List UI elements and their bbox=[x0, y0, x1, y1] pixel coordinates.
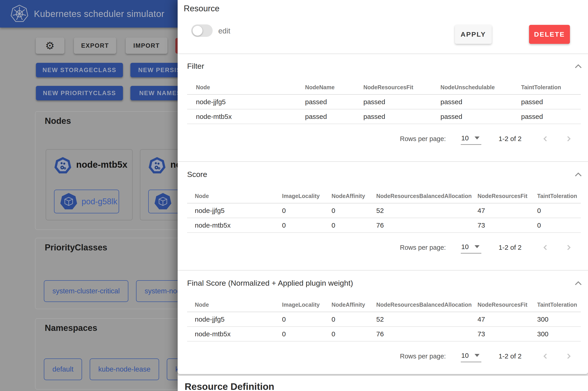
delete-button[interactable]: DELETE bbox=[529, 25, 570, 44]
cell: passed bbox=[512, 98, 581, 106]
score-table: Node ImageLocality NodeAffinity NodeReso… bbox=[187, 189, 581, 233]
column-header: NodeResourcesFit bbox=[354, 84, 432, 91]
app-title: Kubernetes scheduler simulator bbox=[34, 9, 165, 19]
rows-per-page-select[interactable]: 10 bbox=[461, 242, 481, 254]
rows-per-page-label: Rows per page: bbox=[400, 135, 446, 143]
final-score-section-title: Final Score (Normalized + Applied plugin… bbox=[187, 279, 353, 288]
chevron-left-icon[interactable] bbox=[542, 353, 549, 359]
column-header: NodeName bbox=[296, 84, 354, 91]
rows-per-page-select[interactable]: 10 bbox=[461, 133, 481, 145]
cell: passed bbox=[296, 98, 354, 106]
score-section-title: Score bbox=[187, 170, 207, 179]
cell: passed bbox=[512, 113, 581, 120]
new-storageclass-button[interactable]: NEW STORAGECLASS bbox=[36, 63, 123, 77]
kubernetes-scheduler-simulator-app: Kubernetes scheduler simulator ⚙ EXPORT … bbox=[0, 0, 588, 391]
cell: 47 bbox=[470, 315, 529, 323]
priorityclass-chip[interactable]: system-cluster-critical bbox=[44, 280, 128, 302]
resource-definition-card: Resource Definition bbox=[178, 376, 588, 391]
cell: 73 bbox=[470, 221, 529, 229]
new-priorityclass-button[interactable]: NEW PRIORITYCLASS bbox=[36, 86, 123, 100]
chevron-right-icon[interactable] bbox=[565, 136, 572, 142]
edit-toggle-knob bbox=[192, 26, 202, 36]
table-header-row: Node ImageLocality NodeAffinity NodeReso… bbox=[187, 189, 581, 203]
cell: 300 bbox=[529, 315, 581, 323]
rows-per-page-label: Rows per page: bbox=[400, 244, 446, 251]
cell: 52 bbox=[369, 315, 470, 323]
table-row: node-jjfg5 0 0 52 47 300 bbox=[187, 312, 581, 327]
column-header: NodeAffinity bbox=[324, 193, 369, 199]
column-header: NodeResourcesBalancedAllocation bbox=[369, 301, 470, 308]
cell: passed bbox=[354, 98, 432, 106]
pagination: Rows per page: 10 1-2 of 2 bbox=[400, 240, 572, 255]
cell: node-jjfg5 bbox=[187, 315, 274, 323]
rows-per-page-value: 10 bbox=[461, 352, 469, 359]
chevron-left-icon[interactable] bbox=[542, 244, 549, 251]
column-header: TaintToleration bbox=[512, 84, 581, 91]
table-row: node-mtb5x passed passed passed passed bbox=[187, 109, 581, 124]
column-header: TaintToleration bbox=[529, 193, 581, 199]
pagination: Rows per page: 10 1-2 of 2 bbox=[400, 132, 572, 146]
pod-name: pod-g58lk bbox=[82, 197, 117, 206]
node-card[interactable]: node-mtb5x pod-g58lk bbox=[46, 149, 133, 220]
column-header: Node bbox=[187, 84, 296, 91]
filter-section-title: Filter bbox=[187, 62, 204, 71]
cell: node-jjfg5 bbox=[187, 98, 296, 106]
pagination: Rows per page: 10 1-2 of 2 bbox=[400, 349, 572, 363]
filter-table: Node NodeName NodeResourcesFit NodeUnsch… bbox=[187, 80, 581, 124]
rows-per-page-label: Rows per page: bbox=[400, 353, 446, 360]
node-icon bbox=[54, 157, 72, 175]
filter-section: Filter Node NodeName NodeResourcesFit No… bbox=[178, 54, 588, 162]
pod-chip[interactable]: pod-g58lk bbox=[54, 190, 119, 213]
chevron-right-icon[interactable] bbox=[565, 244, 572, 251]
pod-icon bbox=[154, 193, 172, 210]
column-header: Node bbox=[187, 193, 274, 199]
edit-toggle[interactable] bbox=[191, 24, 213, 37]
column-header: NodeResourcesBalancedAllocation bbox=[369, 193, 470, 199]
edit-toggle-label: edit bbox=[218, 27, 230, 35]
column-header: NodeAffinity bbox=[324, 301, 369, 308]
drawer-title: Resource bbox=[184, 4, 219, 13]
pod-icon bbox=[60, 193, 78, 210]
cell: 47 bbox=[470, 207, 529, 214]
dropdown-arrow-icon bbox=[475, 245, 480, 248]
cell: passed bbox=[354, 113, 432, 120]
cell: node-mtb5x bbox=[187, 221, 274, 229]
node-icon bbox=[148, 157, 166, 175]
table-header-row: Node ImageLocality NodeAffinity NodeReso… bbox=[187, 298, 581, 312]
cell: 52 bbox=[369, 207, 470, 214]
cell: 0 bbox=[274, 330, 324, 338]
import-button[interactable]: IMPORT bbox=[126, 37, 168, 54]
chevron-up-icon[interactable] bbox=[575, 172, 582, 178]
dropdown-arrow-icon bbox=[475, 136, 480, 139]
chevron-up-icon[interactable] bbox=[575, 64, 582, 69]
cell: passed bbox=[432, 113, 512, 120]
cell: node-mtb5x bbox=[187, 113, 296, 120]
column-header: NodeUnschedulable bbox=[432, 84, 512, 91]
cell: 76 bbox=[369, 330, 470, 338]
column-header: NodeResourcesFit bbox=[470, 301, 529, 308]
export-button[interactable]: EXPORT bbox=[74, 37, 116, 54]
namespace-chip[interactable]: default bbox=[44, 358, 82, 380]
chevron-left-icon[interactable] bbox=[542, 136, 549, 142]
namespaces-panel-title: Namespaces bbox=[45, 323, 97, 333]
column-header: Node bbox=[187, 301, 274, 308]
cell: passed bbox=[432, 98, 512, 106]
cell: 0 bbox=[324, 315, 369, 323]
page-range: 1-2 of 2 bbox=[499, 244, 521, 251]
dropdown-arrow-icon bbox=[475, 354, 480, 357]
chevron-right-icon[interactable] bbox=[565, 353, 572, 359]
resource-drawer: Resource edit APPLY DELETE Filter Node N… bbox=[178, 0, 588, 391]
settings-button[interactable]: ⚙ bbox=[36, 37, 64, 54]
namespace-chip[interactable]: kube-node-lease bbox=[90, 358, 159, 380]
rows-per-page-value: 10 bbox=[461, 243, 469, 251]
page-range: 1-2 of 2 bbox=[499, 352, 521, 360]
cell: node-jjfg5 bbox=[187, 207, 274, 214]
apply-button[interactable]: APPLY bbox=[455, 25, 492, 44]
resource-definition-title: Resource Definition bbox=[185, 381, 274, 391]
final-score-section: Final Score (Normalized + Applied plugin… bbox=[178, 271, 588, 374]
final-score-table: Node ImageLocality NodeAffinity NodeReso… bbox=[187, 298, 581, 342]
chevron-up-icon[interactable] bbox=[575, 281, 582, 286]
cell: passed bbox=[296, 113, 354, 120]
rows-per-page-select[interactable]: 10 bbox=[461, 350, 481, 362]
node-name: node-mtb5x bbox=[76, 160, 127, 170]
